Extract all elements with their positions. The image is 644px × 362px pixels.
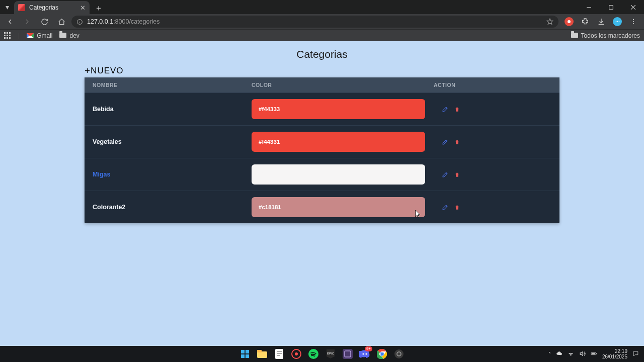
- svg-text:EPIC: EPIC: [327, 352, 335, 355]
- svg-rect-16: [257, 350, 262, 352]
- extensions-button[interactable]: [578, 15, 593, 29]
- table-header: NOMBRE COLOR ACTION: [85, 77, 559, 93]
- svg-point-27: [362, 353, 364, 354]
- edit-icon[interactable]: [441, 171, 448, 178]
- table-row: Migas#ffffff: [85, 158, 559, 191]
- tray-battery-icon[interactable]: [591, 350, 597, 358]
- row-name: Migas: [93, 171, 252, 178]
- tray-wifi-icon[interactable]: [568, 350, 574, 358]
- tab-title: Categorias: [29, 4, 58, 11]
- tab-favicon: [18, 4, 25, 11]
- taskbar-chrome[interactable]: [375, 347, 388, 360]
- table-row: Colorante2#c18181: [85, 191, 559, 223]
- tab-close-icon[interactable]: ✕: [80, 4, 86, 12]
- svg-point-9: [633, 21, 634, 22]
- delete-icon[interactable]: [453, 171, 460, 178]
- svg-rect-17: [275, 349, 283, 359]
- chrome-menu-button[interactable]: [626, 15, 641, 29]
- taskbar-discord[interactable]: 9+: [358, 347, 371, 360]
- color-swatch: #f44331: [252, 132, 425, 152]
- edit-icon[interactable]: [441, 138, 448, 145]
- svg-rect-11: [241, 350, 245, 353]
- color-swatch: #f44333: [252, 99, 425, 119]
- all-bookmarks-button[interactable]: Todos los marcadores: [571, 32, 640, 39]
- svg-rect-36: [596, 353, 597, 354]
- color-swatch: #ffffff: [252, 164, 425, 185]
- row-name: Colorante2: [93, 204, 252, 211]
- svg-point-10: [633, 23, 634, 24]
- tray-onedrive-icon[interactable]: [556, 350, 562, 358]
- delete-icon[interactable]: [453, 106, 460, 113]
- svg-rect-12: [246, 350, 249, 353]
- nav-reload-button[interactable]: [37, 15, 51, 29]
- edit-icon[interactable]: [441, 204, 448, 211]
- table-row: Vegetales#f44331: [85, 125, 559, 158]
- svg-point-8: [633, 19, 634, 20]
- taskbar-app-purple[interactable]: [341, 347, 354, 360]
- address-bar[interactable]: 127.0.0.1:8000/categories: [71, 16, 558, 28]
- tab-search-dropdown[interactable]: ▾: [0, 0, 14, 14]
- svg-rect-37: [592, 353, 595, 354]
- svg-point-33: [394, 349, 404, 358]
- taskbar-spotify[interactable]: [307, 347, 320, 360]
- window-close-button[interactable]: [622, 0, 644, 14]
- svg-point-32: [381, 353, 383, 355]
- tray-overflow-button[interactable]: ˄: [548, 351, 551, 357]
- categories-table: NOMBRE COLOR ACTION Bebida#f44333Vegetal…: [85, 77, 559, 223]
- tray-notifications-icon[interactable]: [632, 350, 639, 358]
- delete-icon[interactable]: [453, 138, 460, 145]
- nav-home-button[interactable]: [54, 15, 68, 29]
- svg-rect-19: [277, 353, 282, 354]
- downloads-button[interactable]: [594, 15, 609, 29]
- taskbar-explorer[interactable]: [256, 347, 269, 360]
- url-text: 127.0.0.1:8000/categories: [87, 18, 160, 25]
- bookmark-gmail[interactable]: Gmail: [27, 32, 52, 39]
- tray-volume-icon[interactable]: [579, 350, 586, 358]
- bookmark-star-icon[interactable]: [546, 18, 553, 25]
- bookmark-dev[interactable]: dev: [59, 32, 79, 39]
- svg-rect-1: [609, 5, 613, 9]
- svg-point-28: [365, 353, 367, 354]
- extension-avatar[interactable]: ⋯: [610, 15, 625, 29]
- tray-clock[interactable]: 22:19 26/01/2025: [602, 348, 627, 359]
- nav-forward-button[interactable]: [20, 15, 34, 29]
- header-name: NOMBRE: [93, 82, 252, 88]
- browser-tab-active[interactable]: Categorias ✕: [14, 1, 90, 14]
- taskbar-app-red[interactable]: [290, 347, 303, 360]
- window-maximize-button[interactable]: [600, 0, 622, 14]
- svg-rect-25: [343, 349, 353, 359]
- table-row: Bebida#f44333: [85, 93, 559, 125]
- header-color: COLOR: [252, 82, 434, 88]
- site-info-icon[interactable]: [76, 19, 83, 25]
- header-action: ACTION: [434, 82, 551, 88]
- folder-icon: [59, 33, 66, 38]
- profile-avatar[interactable]: [561, 15, 577, 29]
- svg-point-22: [295, 352, 298, 355]
- taskbar-app-grey[interactable]: [392, 347, 406, 360]
- add-new-link[interactable]: +NUEVO: [85, 65, 124, 76]
- row-name: Vegetales: [93, 138, 252, 145]
- edit-icon[interactable]: [441, 106, 448, 113]
- color-swatch: #c18181: [252, 197, 425, 217]
- gmail-icon: [27, 33, 34, 38]
- svg-marker-7: [547, 19, 553, 24]
- nav-back-button[interactable]: [3, 15, 17, 29]
- window-minimize-button[interactable]: [578, 0, 600, 14]
- taskbar-notepad[interactable]: [273, 347, 286, 360]
- page-title: Categorias: [85, 48, 559, 60]
- svg-rect-13: [241, 354, 245, 358]
- windows-taskbar[interactable]: EPIC 9+ ˄ 22:19 26/01/2025: [0, 346, 644, 362]
- folder-icon: [571, 33, 578, 38]
- svg-rect-18: [277, 351, 282, 352]
- delete-icon[interactable]: [453, 204, 460, 211]
- svg-rect-14: [246, 354, 249, 358]
- new-tab-button[interactable]: ＋: [93, 2, 105, 14]
- svg-rect-20: [277, 355, 280, 356]
- apps-button[interactable]: [4, 32, 11, 39]
- start-button[interactable]: [238, 347, 252, 360]
- taskbar-epic[interactable]: EPIC: [324, 347, 337, 360]
- row-name: Bebida: [93, 106, 252, 113]
